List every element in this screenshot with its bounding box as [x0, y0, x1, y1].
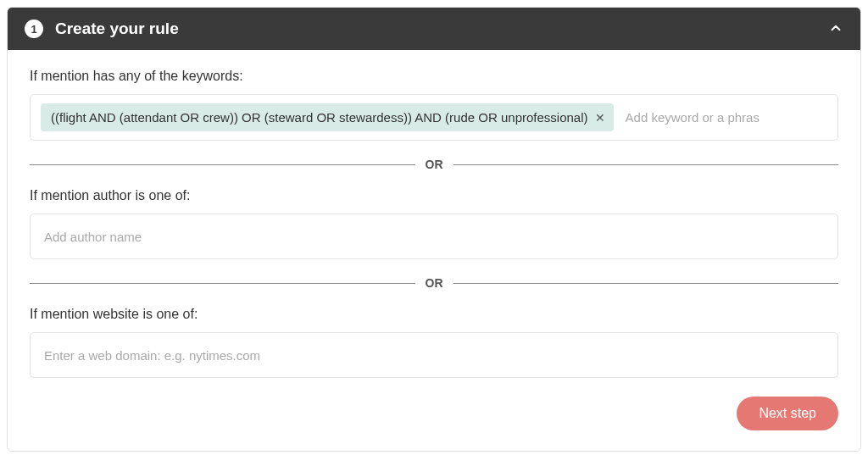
website-label: If mention website is one of:: [30, 307, 838, 322]
divider-line: [453, 283, 839, 284]
footer: Next step: [30, 397, 838, 430]
divider-line: [453, 164, 839, 165]
card-header[interactable]: 1 Create your rule: [8, 8, 860, 50]
rule-card: 1 Create your rule If mention has any of…: [7, 7, 861, 452]
divider-line: [30, 283, 415, 284]
author-input[interactable]: [41, 225, 827, 249]
website-input-box[interactable]: [30, 332, 838, 378]
author-input-box[interactable]: [30, 214, 838, 259]
keyword-tag-text: ((flight AND (attendant OR crew)) OR (st…: [51, 110, 588, 125]
divider-label: OR: [415, 158, 453, 171]
divider-or-2: OR: [30, 276, 838, 290]
close-icon[interactable]: ✕: [595, 112, 605, 124]
keywords-input[interactable]: [622, 105, 827, 130]
card-body: If mention has any of the keywords: ((fl…: [8, 50, 860, 451]
step-number-badge: 1: [25, 19, 43, 38]
next-step-button[interactable]: Next step: [737, 397, 838, 430]
divider-label: OR: [415, 276, 453, 290]
keywords-input-box[interactable]: ((flight AND (attendant OR crew)) OR (st…: [30, 94, 838, 141]
header-left: 1 Create your rule: [25, 19, 179, 38]
divider-or-1: OR: [30, 158, 838, 171]
keyword-tag: ((flight AND (attendant OR crew)) OR (st…: [41, 103, 614, 131]
keywords-label: If mention has any of the keywords:: [30, 69, 838, 84]
chevron-up-icon[interactable]: [828, 20, 843, 38]
website-input[interactable]: [41, 343, 827, 368]
divider-line: [30, 164, 415, 165]
author-label: If mention author is one of:: [30, 188, 838, 203]
header-title: Create your rule: [55, 19, 179, 38]
